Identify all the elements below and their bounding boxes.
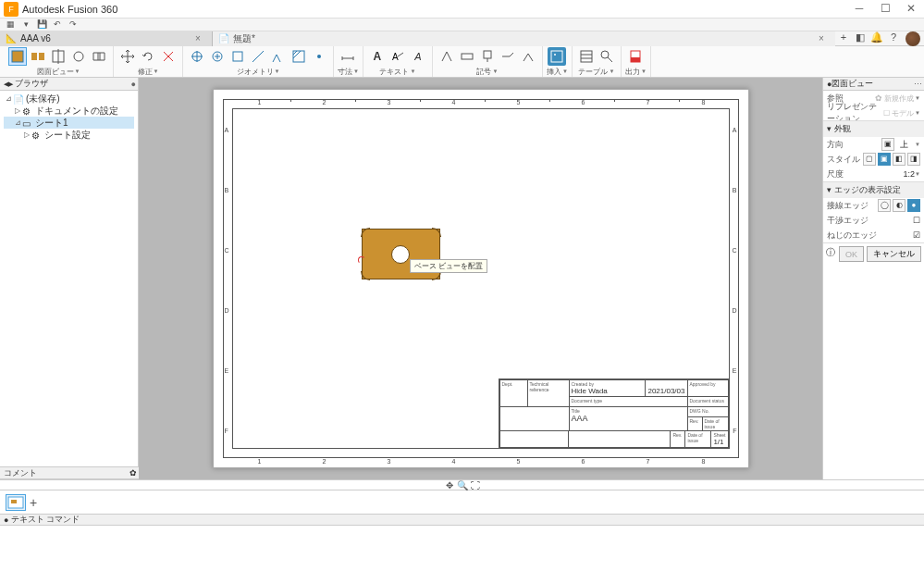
- svg-rect-1: [31, 53, 37, 60]
- svg-rect-38: [11, 500, 17, 503]
- browser-panel: ◀▶ ブラウザ ● ⊿📄(未保存) ▷⚙ドキュメントの設定 ⊿▭シート1 ▷⚙シ…: [0, 78, 139, 479]
- fusion-doc-icon: 📐: [6, 31, 17, 46]
- pin-icon[interactable]: ●: [131, 80, 136, 89]
- prop-style[interactable]: スタイル ▢ ▣ ◧ ◨: [823, 152, 924, 167]
- section-view-button[interactable]: [49, 47, 68, 66]
- insert-image-button[interactable]: [548, 47, 566, 66]
- fcf-button[interactable]: [458, 47, 476, 66]
- hatch-button[interactable]: [290, 47, 308, 66]
- centerline-button[interactable]: [188, 47, 206, 66]
- extensions-icon[interactable]: ◧: [852, 31, 869, 46]
- tree-sheet-settings[interactable]: ▷⚙シート設定: [4, 129, 134, 141]
- grid-menu-icon[interactable]: ▦: [4, 19, 17, 31]
- weld-button[interactable]: [499, 47, 517, 66]
- drawing-canvas[interactable]: 1 2 3 4 5 6 7 8 1 2 3 4 5 6 7 8 A B C D …: [139, 78, 822, 479]
- chevron-down-icon[interactable]: ▼: [353, 68, 359, 74]
- rotate-button[interactable]: [139, 47, 157, 66]
- style-hidden-icon[interactable]: ▣: [878, 153, 891, 166]
- checkbox-icon[interactable]: ☐: [913, 216, 920, 225]
- comment-panel-header[interactable]: コメント ✿: [0, 466, 139, 479]
- toolgroup-edit: 修正▼: [114, 46, 183, 77]
- marker-button[interactable]: [310, 47, 328, 66]
- chevron-down-icon[interactable]: ▼: [275, 68, 280, 74]
- new-tab-icon[interactable]: +: [835, 31, 852, 46]
- datum-button[interactable]: [478, 47, 497, 66]
- chevron-down-icon[interactable]: ▼: [641, 68, 647, 74]
- minimize-button[interactable]: ─: [846, 0, 872, 19]
- note-button[interactable]: A: [409, 47, 427, 66]
- tab-close-icon[interactable]: ×: [815, 31, 828, 46]
- tangent-full-icon[interactable]: ◐: [893, 199, 906, 212]
- sheet-thumb-1[interactable]: [6, 494, 26, 511]
- redo-icon[interactable]: ↷: [67, 19, 80, 31]
- zoom-icon[interactable]: 🔍: [456, 480, 469, 490]
- centermark-button[interactable]: [208, 47, 227, 66]
- svg-point-17: [317, 55, 321, 58]
- pdf-button[interactable]: [626, 47, 645, 66]
- gear-icon[interactable]: ✿: [129, 468, 137, 478]
- chevron-down-icon[interactable]: ▼: [154, 68, 159, 74]
- leader-button[interactable]: A: [388, 47, 407, 66]
- fit-icon[interactable]: ⛶: [469, 480, 482, 490]
- info-icon[interactable]: ⓘ: [826, 246, 835, 262]
- quick-access-toolbar: ▦ ▾ 💾 ↶ ↷: [0, 19, 924, 31]
- maximize-button[interactable]: ☐: [872, 0, 898, 19]
- style-shaded2-icon[interactable]: ◨: [907, 153, 920, 166]
- tree-sheet[interactable]: ⊿▭シート1: [4, 117, 134, 129]
- tangent-short-icon[interactable]: ●: [907, 199, 920, 212]
- command-text-area[interactable]: [0, 526, 924, 571]
- tangent-off-icon[interactable]: ◯: [878, 199, 891, 212]
- prop-interfere[interactable]: 干渉エッジ ☐: [823, 213, 924, 228]
- svg-rect-2: [39, 53, 44, 60]
- prop-tangent[interactable]: 接線エッジ ◯ ◐ ●: [823, 198, 924, 213]
- app-title: Autodesk Fusion 360: [22, 4, 846, 15]
- projected-view-button[interactable]: [29, 47, 47, 66]
- chevron-down-icon[interactable]: ▼: [609, 68, 614, 74]
- menu-icon[interactable]: ⋯: [914, 80, 922, 89]
- undo-icon[interactable]: ↶: [51, 19, 64, 31]
- tab-aaa[interactable]: 📐 AAA v6 ×: [0, 31, 213, 46]
- file-menu-icon[interactable]: ▾: [19, 19, 32, 31]
- chevron-down-icon[interactable]: ▼: [492, 68, 498, 74]
- dimension-button[interactable]: [339, 47, 357, 66]
- close-button[interactable]: ✕: [898, 0, 924, 19]
- table-button[interactable]: [577, 47, 596, 66]
- text-button[interactable]: A: [368, 47, 387, 66]
- tree-doc-settings[interactable]: ▷⚙ドキュメントの設定: [4, 105, 134, 117]
- notification-icon[interactable]: 🔔: [869, 31, 885, 46]
- cancel-button[interactable]: キャンセル: [867, 246, 921, 262]
- detail-view-button[interactable]: [69, 47, 88, 66]
- prop-scale[interactable]: 尺度 1:2 ▼: [823, 167, 924, 181]
- section-appearance[interactable]: ▾ 外観: [823, 120, 924, 137]
- edge-ext-button[interactable]: [228, 47, 247, 66]
- break-view-button[interactable]: [90, 47, 108, 66]
- help-icon[interactable]: ?: [885, 31, 902, 46]
- surface-button[interactable]: [437, 47, 456, 66]
- section-edge[interactable]: ▾ エッジの表示設定: [823, 181, 924, 198]
- chevron-down-icon[interactable]: ▼: [562, 68, 568, 74]
- balloon-button[interactable]: [598, 47, 616, 66]
- prop-orientation[interactable]: 方向 ▣ 上 ▼: [823, 137, 924, 152]
- chevron-down-icon[interactable]: ▼: [75, 68, 80, 74]
- prop-thread[interactable]: ねじのエッジ ☑: [823, 228, 924, 242]
- bend-button[interactable]: [519, 47, 537, 66]
- tab-untitled[interactable]: 📄 無題* ×: [213, 31, 835, 46]
- user-avatar[interactable]: [906, 31, 920, 46]
- toolgroup-label: テーブル: [578, 67, 608, 77]
- move-button[interactable]: [118, 47, 137, 66]
- pan-icon[interactable]: ✥: [443, 480, 456, 490]
- line-button[interactable]: [249, 47, 267, 66]
- tree-root[interactable]: ⊿📄(未保存): [4, 93, 134, 105]
- save-icon[interactable]: 💾: [35, 19, 48, 31]
- add-sheet-button[interactable]: +: [30, 495, 37, 510]
- checkbox-icon[interactable]: ☑: [913, 230, 920, 240]
- cube-icon[interactable]: ▣: [881, 138, 894, 151]
- properties-header: ● 図面ビュー ⋯: [823, 78, 924, 91]
- chevron-down-icon[interactable]: ▼: [410, 68, 415, 74]
- tab-close-icon[interactable]: ×: [191, 31, 204, 46]
- base-view-button[interactable]: [8, 47, 27, 66]
- sketch-button[interactable]: [269, 47, 288, 66]
- delete-button[interactable]: [159, 47, 178, 66]
- style-wire-icon[interactable]: ▢: [863, 153, 876, 166]
- style-shaded-icon[interactable]: ◧: [893, 153, 906, 166]
